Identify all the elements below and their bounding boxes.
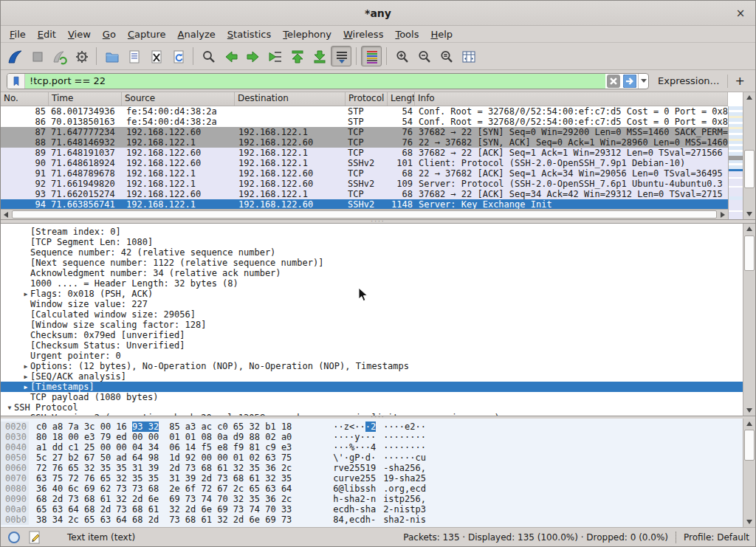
zoom-out-button[interactable] bbox=[413, 46, 434, 66]
packet-list-scrollbar[interactable] bbox=[743, 92, 755, 219]
auto-scroll-button[interactable] bbox=[331, 46, 351, 66]
menu-tools[interactable]: Tools bbox=[389, 27, 425, 41]
column-header-destination[interactable]: Destination bbox=[235, 92, 346, 106]
detail-line[interactable]: [Checksum Status: Unverified] bbox=[1, 340, 743, 351]
menu-statistics[interactable]: Statistics bbox=[221, 27, 277, 41]
scroll-left-button[interactable] bbox=[1, 210, 11, 219]
expander-closed-icon[interactable]: ▶ bbox=[21, 361, 30, 371]
column-header-length[interactable]: Length bbox=[388, 92, 415, 106]
expression-button[interactable]: Expression… bbox=[658, 75, 720, 86]
menu-view[interactable]: View bbox=[62, 27, 97, 41]
capture-options-button[interactable] bbox=[71, 46, 92, 66]
find-packet-button[interactable] bbox=[198, 46, 219, 66]
detail-line[interactable]: Sequence number: 42 (relative sequence n… bbox=[1, 247, 743, 258]
packet-row-86[interactable]: 8670.013850163fe:54:00:d4:38:2aSTP54Conf… bbox=[1, 117, 728, 127]
zoom-in-button[interactable] bbox=[391, 46, 412, 66]
detail-line[interactable]: Checksum: 0x79ed [unverified] bbox=[1, 330, 743, 340]
colorize-button[interactable] bbox=[361, 46, 382, 66]
hex-row-0020[interactable]: 0020c0 a8 7a 3c 00 16 93 3285 a3 ac c0 6… bbox=[1, 422, 743, 432]
file-save-button[interactable] bbox=[123, 46, 144, 66]
detail-line[interactable]: [TCP Segment Len: 1080] bbox=[1, 237, 743, 247]
hex-row-0090[interactable]: 009068 2d 73 68 61 32 2d 6e69 73 74 70 3… bbox=[1, 494, 743, 504]
resize-columns-button[interactable] bbox=[458, 46, 478, 66]
scroll-up-button[interactable] bbox=[743, 224, 755, 234]
filter-input[interactable]: !tcp.port == 22 bbox=[25, 74, 605, 89]
column-header-protocol[interactable]: Protocol bbox=[346, 92, 388, 106]
file-reload-button[interactable] bbox=[168, 46, 188, 66]
hex-scrollbar[interactable] bbox=[743, 419, 755, 527]
filter-clear-button[interactable] bbox=[607, 75, 620, 88]
scroll-right-button[interactable] bbox=[718, 210, 728, 219]
expander-closed-icon[interactable]: ▶ bbox=[21, 382, 30, 392]
filter-bookmark-button[interactable] bbox=[7, 74, 25, 89]
packet-row-93[interactable]: 9371.662015274192.168.122.60192.168.122.… bbox=[1, 189, 728, 199]
expander-closed-icon[interactable]: ▶ bbox=[21, 413, 30, 416]
filter-apply-button[interactable] bbox=[623, 75, 636, 88]
detail-line[interactable]: [Window size scaling factor: 128] bbox=[1, 320, 743, 330]
detail-line[interactable]: ▶Flags: 0x018 (PSH, ACK) bbox=[1, 289, 743, 299]
scroll-down-button[interactable] bbox=[743, 405, 755, 416]
menu-capture[interactable]: Capture bbox=[122, 27, 172, 41]
packet-row-94[interactable]: 9471.663856741192.168.122.1192.168.122.6… bbox=[1, 199, 728, 209]
hex-row-0080[interactable]: 008036 40 6c 69 62 73 73 682e 6f 72 67 2… bbox=[1, 484, 743, 494]
menu-analyze[interactable]: Analyze bbox=[172, 27, 221, 41]
detail-line[interactable]: ▶[Timestamps] bbox=[1, 382, 743, 392]
close-button[interactable]: × bbox=[733, 6, 748, 21]
vscroll-thumb[interactable] bbox=[744, 150, 755, 188]
detail-line[interactable]: Window size value: 227 bbox=[1, 299, 743, 309]
menu-help[interactable]: Help bbox=[425, 27, 458, 41]
hscroll-thumb[interactable] bbox=[12, 210, 717, 219]
expert-info-button[interactable] bbox=[7, 530, 21, 545]
expander-closed-icon[interactable]: ▶ bbox=[21, 371, 30, 382]
status-profile[interactable]: Profile: Default bbox=[684, 532, 749, 543]
filter-history-dropdown[interactable] bbox=[638, 74, 648, 89]
packet-row-88[interactable]: 8871.648146932192.168.122.1192.168.122.6… bbox=[1, 137, 728, 148]
file-open-button[interactable] bbox=[101, 46, 122, 66]
capture-stop-button[interactable] bbox=[27, 46, 47, 66]
packet-minimap[interactable] bbox=[728, 106, 743, 219]
file-close-button[interactable] bbox=[145, 46, 166, 66]
packet-row-90[interactable]: 9071.648618924192.168.122.60192.168.122.… bbox=[1, 158, 728, 168]
filter-add-button[interactable]: + bbox=[735, 74, 745, 88]
details-scrollbar[interactable] bbox=[743, 224, 755, 416]
capture-comment-button[interactable] bbox=[27, 530, 42, 545]
go-to-packet-button[interactable] bbox=[264, 46, 285, 66]
packet-row-87[interactable]: 8771.647777234192.168.122.60192.168.122.… bbox=[1, 127, 728, 137]
detail-line[interactable]: ▼SSH Protocol bbox=[1, 402, 743, 413]
detail-line[interactable]: ▶[SEQ/ACK analysis] bbox=[1, 371, 743, 382]
hex-row-0040[interactable]: 0040a1 dd c1 25 00 00 04 3406 14 f5 e8 f… bbox=[1, 442, 743, 453]
detail-line[interactable]: [Next sequence number: 1122 (relative se… bbox=[1, 258, 743, 268]
detail-line[interactable]: [Calculated window size: 29056] bbox=[1, 309, 743, 320]
go-last-button[interactable] bbox=[309, 46, 329, 66]
scroll-up-button[interactable] bbox=[743, 92, 755, 103]
column-header-no[interactable]: No. bbox=[1, 92, 49, 106]
expander-open-icon[interactable]: ▼ bbox=[5, 402, 14, 413]
menu-telephony[interactable]: Telephony bbox=[277, 27, 337, 41]
hex-row-00b0[interactable]: 00b038 34 2c 65 63 64 68 2d73 68 61 32 2… bbox=[1, 515, 743, 525]
capture-start-button[interactable] bbox=[4, 46, 25, 66]
column-header-info[interactable]: Info bbox=[415, 92, 728, 106]
menu-wireless[interactable]: Wireless bbox=[337, 27, 389, 41]
detail-line[interactable]: Acknowledgment number: 34 (relative ack … bbox=[1, 268, 743, 278]
go-back-button[interactable] bbox=[220, 46, 241, 66]
packet-row-92[interactable]: 9271.661949820192.168.122.1192.168.122.6… bbox=[1, 179, 728, 189]
vscroll-thumb[interactable] bbox=[744, 235, 755, 271]
detail-line[interactable]: Urgent pointer: 0 bbox=[1, 351, 743, 361]
vscroll-thumb[interactable] bbox=[744, 430, 755, 461]
column-header-time[interactable]: Time bbox=[49, 92, 122, 106]
title-bar[interactable]: *any × bbox=[1, 1, 755, 26]
zoom-original-button[interactable] bbox=[436, 46, 456, 66]
detail-line[interactable]: TCP payload (1080 bytes) bbox=[1, 392, 743, 402]
hex-row-0050[interactable]: 00505c 27 b2 67 50 ad 64 981d 92 00 00 0… bbox=[1, 453, 743, 463]
scroll-down-button[interactable] bbox=[743, 517, 755, 527]
hex-row-0060[interactable]: 006072 76 65 32 35 35 31 392d 73 68 61 3… bbox=[1, 463, 743, 473]
detail-line[interactable]: [Stream index: 0] bbox=[1, 227, 743, 237]
hex-row-0030[interactable]: 003080 18 00 e3 79 ed 00 0001 01 08 0a d… bbox=[1, 432, 743, 442]
menu-go[interactable]: Go bbox=[97, 27, 122, 41]
capture-restart-button[interactable] bbox=[49, 46, 69, 66]
packet-row-91[interactable]: 9171.648789678192.168.122.1192.168.122.6… bbox=[1, 168, 728, 179]
hex-row-0070[interactable]: 007063 75 72 76 65 32 35 3531 39 2d 73 6… bbox=[1, 473, 743, 484]
horizontal-scrollbar[interactable] bbox=[1, 209, 728, 219]
detail-line[interactable]: ▶Options: (12 bytes), No-Operation (NOP)… bbox=[1, 361, 743, 371]
packet-row-85[interactable]: 8568.001734936fe:54:00:d4:38:2aSTP54Conf… bbox=[1, 106, 728, 117]
